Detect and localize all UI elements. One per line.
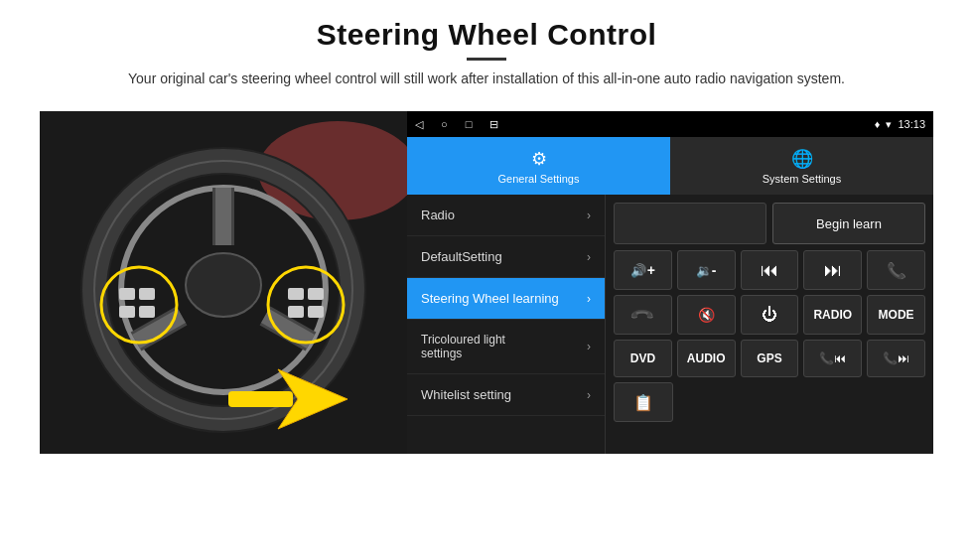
menu-item-tricoloured[interactable]: Tricoloured lightsettings › (407, 320, 605, 374)
svg-rect-21 (288, 306, 304, 318)
controls-row-5: 📋 (614, 382, 925, 422)
skip-next-icon: ⏭ (824, 260, 842, 281)
chevron-icon: › (587, 388, 591, 402)
main-content: Radio › DefaultSetting › Steering Wheel … (407, 195, 933, 454)
tab-bar: ⚙ General Settings 🌐 System Settings (407, 137, 933, 195)
android-screen: ◁ ○ □ ⊟ ♦ ▾ 13:13 ⚙ General Settings (407, 111, 933, 454)
blank-indicator-box (614, 203, 766, 244)
left-menu: Radio › DefaultSetting › Steering Wheel … (407, 195, 606, 454)
svg-rect-22 (308, 306, 324, 318)
begin-learn-button[interactable]: Begin learn (772, 203, 925, 244)
power-icon: ⏻ (762, 306, 777, 324)
gps-label: GPS (757, 351, 781, 365)
chevron-icon: › (587, 250, 591, 264)
dvd-label: DVD (630, 351, 655, 365)
content-area: ◁ ○ □ ⊟ ♦ ▾ 13:13 ⚙ General Settings (40, 111, 933, 454)
title-divider (467, 58, 506, 61)
panel-row-1: Begin learn (614, 203, 925, 244)
status-indicators: ♦ ▾ 13:13 (875, 118, 925, 131)
menu-item-default-setting[interactable]: DefaultSetting › (407, 236, 605, 278)
dvd-button[interactable]: DVD (614, 340, 672, 377)
phone-prev-icon: 📞⏮ (819, 351, 846, 365)
phone-next-button[interactable]: 📞⏭ (867, 340, 925, 377)
mute-button[interactable]: 🔇 (677, 295, 736, 335)
call-end-button[interactable]: 📞 (614, 295, 672, 335)
time-display: 13:13 (898, 118, 925, 130)
subtitle: Your original car's steering wheel contr… (128, 69, 845, 89)
radio-label: RADIO (813, 308, 852, 322)
status-bar: ◁ ○ □ ⊟ ♦ ▾ 13:13 (407, 111, 933, 137)
chevron-icon: › (587, 209, 591, 222)
menu-item-tricoloured-label: Tricoloured lightsettings (421, 333, 505, 360)
menu-nav-icon[interactable]: ⊟ (489, 118, 498, 131)
controls-row-3: 📞 🔇 ⏻ RADIO MODE (614, 295, 925, 335)
speaker-icon: 🔊 (630, 263, 646, 278)
call-answer-button[interactable]: 📞 (867, 250, 925, 290)
tab-system-label: System Settings (763, 173, 841, 185)
mute-icon: 🔇 (698, 307, 715, 323)
gear-icon: ⚙ (531, 148, 547, 170)
prev-track-button[interactable]: ⏮ (741, 250, 799, 290)
steering-wheel-image (40, 111, 407, 454)
svg-rect-18 (139, 306, 155, 318)
tab-system-settings[interactable]: 🌐 System Settings (670, 137, 933, 195)
page-container: Steering Wheel Control Your original car… (0, 0, 973, 560)
page-title: Steering Wheel Control (128, 18, 845, 52)
svg-rect-20 (308, 288, 324, 300)
svg-rect-24 (228, 391, 293, 407)
power-button[interactable]: ⏻ (741, 295, 799, 335)
list-button[interactable]: 📋 (614, 382, 673, 422)
wifi-icon: ▾ (886, 118, 892, 131)
tab-general-settings[interactable]: ⚙ General Settings (407, 137, 670, 195)
phone-next-icon: 📞⏭ (883, 351, 909, 365)
right-panel: Begin learn 🔊+ 🔉- ⏮ (606, 195, 933, 454)
chevron-icon: › (587, 340, 591, 353)
phone-prev-button[interactable]: 📞⏮ (803, 340, 862, 377)
chevron-icon: › (587, 292, 591, 306)
audio-button[interactable]: AUDIO (677, 340, 736, 377)
back-nav-icon[interactable]: ◁ (415, 118, 423, 131)
audio-label: AUDIO (687, 351, 726, 365)
phone-icon: 📞 (887, 261, 906, 280)
home-nav-icon[interactable]: ○ (441, 118, 448, 130)
next-track-button[interactable]: ⏭ (803, 250, 862, 290)
mode-label: MODE (879, 308, 914, 322)
svg-rect-16 (139, 288, 155, 300)
skip-prev-icon: ⏮ (761, 260, 778, 281)
nav-icons: ◁ ○ □ ⊟ (415, 118, 498, 131)
phone-end-icon: 📞 (629, 301, 657, 329)
controls-row-4: DVD AUDIO GPS 📞⏮ 📞⏭ (614, 340, 925, 377)
tab-general-label: General Settings (498, 173, 580, 185)
menu-item-radio[interactable]: Radio › (407, 195, 605, 236)
title-section: Steering Wheel Control Your original car… (128, 18, 845, 103)
menu-item-steering-wheel[interactable]: Steering Wheel learning › (407, 278, 605, 320)
mode-button[interactable]: MODE (867, 295, 925, 335)
vol-up-button[interactable]: 🔊+ (614, 250, 672, 290)
radio-button[interactable]: RADIO (803, 295, 862, 335)
menu-item-whitelist-label: Whitelist setting (421, 387, 511, 402)
svg-rect-17 (119, 306, 135, 318)
svg-point-12 (186, 253, 261, 317)
list-icon: 📋 (633, 393, 653, 412)
menu-item-whitelist[interactable]: Whitelist setting › (407, 374, 605, 416)
speaker-low-icon: 🔉 (696, 263, 712, 278)
menu-item-steering-label: Steering Wheel learning (421, 291, 559, 306)
vol-down-button[interactable]: 🔉- (677, 250, 736, 290)
globe-icon: 🌐 (791, 148, 813, 170)
menu-item-radio-label: Radio (421, 208, 455, 222)
svg-rect-15 (119, 288, 135, 300)
menu-item-default-label: DefaultSetting (421, 249, 502, 264)
svg-rect-19 (288, 288, 304, 300)
location-icon: ♦ (875, 118, 881, 130)
recents-nav-icon[interactable]: □ (466, 118, 473, 130)
controls-row-2: 🔊+ 🔉- ⏮ ⏭ 📞 (614, 250, 925, 290)
gps-button[interactable]: GPS (741, 340, 799, 377)
